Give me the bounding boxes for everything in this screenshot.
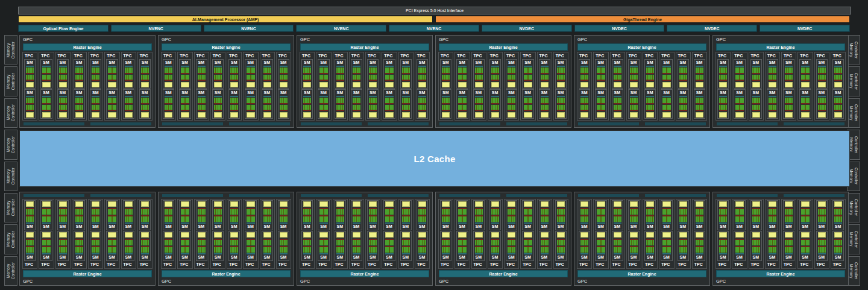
cuda-core-array: [125, 98, 133, 104]
cuda-core-array: [785, 105, 793, 111]
cuda-core-array: [646, 246, 654, 253]
sm-label: SM: [59, 255, 67, 260]
sm-block: SM: [245, 231, 256, 261]
cuda-core-array: [181, 98, 189, 104]
sm-label: SM: [214, 90, 222, 95]
cuda-core-array: [679, 68, 687, 74]
cuda-core-array: [26, 105, 34, 111]
tpc-block: TPCSMSM: [349, 199, 364, 269]
memory-controller-label: MemoryController: [6, 168, 16, 184]
cuda-core-array: [141, 68, 149, 74]
cuda-core-array: [679, 215, 687, 222]
sm-label: SM: [141, 224, 149, 229]
sm-block: SM: [539, 89, 550, 119]
cuda-core-array: [475, 98, 483, 104]
tpc-label: TPC: [555, 262, 567, 267]
sm-cache-bar: [696, 66, 703, 67]
cuda-core-array: [59, 68, 67, 74]
sm-block: SM: [123, 200, 134, 230]
tpc-block: TPCSMSM: [316, 199, 331, 269]
cuda-core-array: [418, 215, 426, 222]
sm-block: SM: [262, 89, 273, 119]
tensor-core-bar: [418, 201, 426, 207]
tensor-core-bar: [230, 82, 238, 87]
sm-label: SM: [141, 60, 149, 65]
tpc-block: TPCSMSM: [488, 199, 503, 269]
texture-bar: [229, 194, 290, 197]
sm-cache-bar: [834, 96, 842, 97]
cuda-core-array: [491, 68, 499, 74]
cuda-core-array: [580, 98, 588, 104]
sm-label: SM: [369, 255, 377, 260]
tensor-core-bar: [353, 82, 360, 87]
tensor-core-bar: [769, 82, 776, 87]
sm-cache-bar: [834, 222, 842, 224]
sm-block: SM: [400, 59, 412, 89]
sm-label: SM: [557, 90, 565, 95]
sm-label: SM: [442, 90, 450, 95]
tpc-block: TPCSMSM: [177, 52, 192, 121]
raster-engine-bar: Raster Engine: [300, 43, 429, 51]
texture-bar: [368, 122, 429, 125]
sm-block: SM: [179, 200, 190, 230]
sm-label: SM: [165, 255, 172, 260]
sm-cache-bar: [630, 66, 638, 67]
sm-label: SM: [108, 255, 116, 260]
cuda-core-array: [662, 215, 670, 222]
sm-cache-bar: [785, 253, 793, 254]
sm-cache-bar: [541, 222, 549, 224]
memory-controller-label-line: Controller: [11, 231, 16, 248]
sm-block: SM: [473, 231, 485, 261]
sm-cache-bar: [198, 253, 206, 254]
cuda-core-array: [280, 75, 288, 81]
memory-controller-label: MemoryController: [849, 231, 858, 248]
cuda-core-array: [26, 75, 34, 81]
sm-label: SM: [580, 90, 588, 95]
tensor-core-bar: [508, 232, 515, 238]
sm-block: SM: [335, 59, 346, 89]
cuda-core-array: [247, 246, 254, 253]
sm-block: SM: [278, 231, 289, 261]
tpc-label: TPC: [832, 53, 844, 58]
sm-block: SM: [301, 89, 313, 119]
sm-label: SM: [696, 224, 703, 229]
sm-label: SM: [336, 90, 344, 95]
sm-block: SM: [262, 59, 273, 89]
tpc-block: TPCSMSM: [349, 52, 364, 121]
sm-cache-bar: [662, 96, 670, 97]
sm-label: SM: [280, 255, 288, 260]
sm-label: SM: [247, 255, 254, 260]
cuda-core-array: [769, 75, 776, 81]
sm-cache-bar: [662, 253, 670, 254]
cuda-core-array: [402, 75, 410, 81]
tensor-core-bar: [524, 112, 532, 118]
sm-label: SM: [614, 60, 621, 65]
tensor-core-bar: [475, 232, 483, 238]
texture-bar: [717, 122, 778, 125]
sm-block: SM: [799, 89, 811, 119]
sm-cache-bar: [557, 253, 565, 254]
memory-controller-label-line: Memory: [6, 199, 11, 216]
memory-controller-label: MemoryController: [849, 136, 858, 153]
sm-cache-bar: [524, 66, 532, 67]
sm-block: SM: [196, 59, 207, 89]
sm-cache-bar: [834, 66, 842, 67]
memory-controller-block: MemoryController: [4, 224, 17, 254]
tpc-label: TPC: [301, 53, 313, 58]
cuda-core-array: [108, 75, 116, 81]
sm-label: SM: [165, 60, 172, 65]
gpc-block: GPCRaster EngineTPCSMSMTPCSMSMTPCSMSMTPC…: [297, 35, 433, 128]
cuda-core-array: [818, 246, 826, 253]
sm-cache-bar: [630, 253, 638, 254]
sm-label: SM: [752, 255, 760, 260]
cuda-core-array: [801, 208, 809, 215]
tensor-core-bar: [214, 82, 222, 87]
sm-label: SM: [580, 255, 588, 260]
sm-block: SM: [351, 200, 362, 230]
raster-engine-label: Raster Engine: [350, 45, 379, 49]
sm-block: SM: [506, 200, 517, 230]
tpc-row: TPCSMSMTPCSMSMTPCSMSMTPCSMSMTPCSMSMTPCSM…: [161, 199, 291, 269]
tensor-core-bar: [59, 201, 67, 207]
sm-block: SM: [783, 89, 794, 119]
sm-block: SM: [318, 59, 329, 89]
